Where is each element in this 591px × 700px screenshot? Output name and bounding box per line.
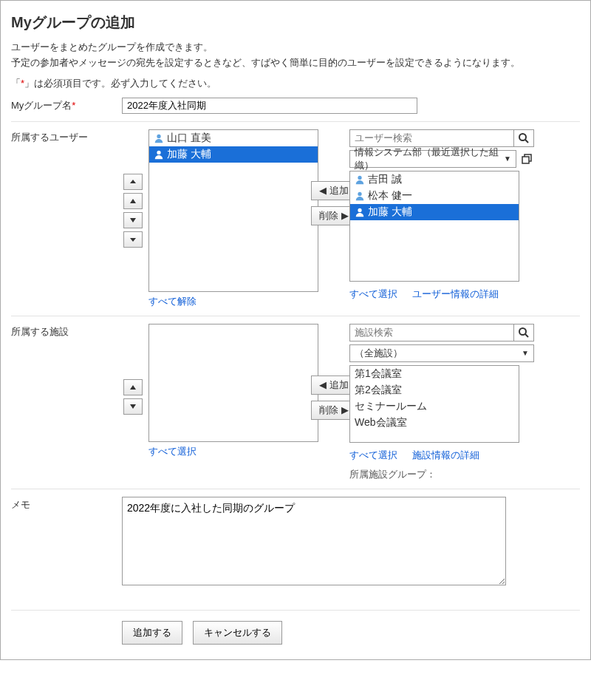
svg-rect-5	[522, 157, 529, 163]
list-item-label: 第2会議室	[355, 384, 402, 397]
chevron-up-icon	[129, 197, 137, 205]
svg-point-6	[358, 175, 361, 179]
desc-line-2: 予定の参加者やメッセージの宛先を設定するときなど、すばやく簡単に目的のユーザーを…	[11, 57, 520, 68]
facilities-left-select-all-link[interactable]: すべて選択	[148, 445, 197, 458]
move-up-button[interactable]	[123, 379, 143, 395]
memo-textarea[interactable]	[122, 497, 506, 585]
page-container: Myグループの追加 ユーザーをまとめたグループを作成できます。 予定の参加者やメ…	[0, 0, 591, 660]
svg-point-8	[358, 208, 361, 211]
move-up-button[interactable]	[123, 193, 143, 209]
page-description: ユーザーをまとめたグループを作成できます。 予定の参加者やメッセージの宛先を設定…	[11, 40, 580, 71]
chevron-top-icon	[129, 177, 137, 186]
list-item[interactable]: セミナールーム	[350, 398, 519, 415]
search-icon	[518, 327, 530, 339]
desc-line-1: ユーザーをまとめたグループを作成できます。	[11, 41, 213, 52]
label-memo: メモ	[11, 497, 122, 512]
required-mark: *	[72, 100, 75, 111]
required-note: 「*」は必須項目です。必ず入力してください。	[11, 77, 580, 90]
facility-category-select[interactable]: （全施設） ▼	[349, 344, 534, 362]
facility-group-note: 所属施設グループ：	[349, 468, 534, 481]
move-bottom-button[interactable]	[123, 231, 143, 248]
dropdown-arrow-icon: ▼	[504, 154, 511, 163]
list-item-label: 第1会議室	[355, 367, 402, 381]
list-item-label: 山口 直美	[167, 132, 211, 145]
move-down-button[interactable]	[123, 212, 143, 228]
chevron-down-icon	[129, 217, 137, 224]
list-item[interactable]: 加藤 大輔	[149, 146, 318, 163]
list-item[interactable]: 第1会議室	[350, 366, 519, 382]
reorder-arrow-col	[122, 129, 144, 308]
row-users: 所属するユーザー	[11, 121, 580, 316]
triangle-left-icon: ◀	[319, 379, 327, 390]
dropdown-arrow-icon: ▼	[522, 349, 529, 357]
label-facilities: 所属する施設	[11, 324, 122, 339]
transfer-button-col: ◀ 追加 削除 ▶	[323, 324, 345, 481]
button-row: 追加する キャンセルする	[11, 610, 580, 645]
facilities-select-all-link[interactable]: すべて選択	[349, 449, 397, 462]
svg-point-0	[157, 134, 160, 137]
list-item-label: 松本 健一	[368, 189, 412, 203]
list-item-label: Web会議室	[355, 416, 407, 429]
svg-line-3	[525, 140, 528, 143]
list-item[interactable]: 松本 健一	[350, 188, 519, 204]
submit-button[interactable]: 追加する	[122, 621, 182, 645]
svg-point-7	[358, 191, 361, 195]
svg-point-9	[519, 328, 526, 335]
row-memo: メモ	[11, 489, 580, 595]
org-select[interactable]: 情報システム部（最近選択した組織） ▼	[349, 150, 516, 168]
triangle-right-icon: ▶	[341, 404, 349, 415]
row-facilities: 所属する施設 すべて選択	[11, 316, 580, 489]
list-item[interactable]: 加藤 大輔	[350, 204, 519, 220]
list-item[interactable]: 第2会議室	[350, 382, 519, 398]
users-candidate-listbox[interactable]: 吉田 誠松本 健一加藤 大輔	[349, 171, 519, 282]
svg-point-2	[519, 134, 526, 140]
user-search-input[interactable]	[349, 129, 513, 147]
cancel-button[interactable]: キャンセルする	[193, 621, 282, 645]
users-select-all-link[interactable]: すべて選択	[349, 288, 397, 301]
users-clear-all-link[interactable]: すべて解除	[148, 295, 197, 308]
user-icon	[355, 191, 365, 201]
triangle-left-icon: ◀	[319, 185, 327, 196]
list-item-label: 加藤 大輔	[368, 205, 412, 219]
list-item[interactable]: 吉田 誠	[350, 171, 519, 188]
facilities-selected-listbox[interactable]	[148, 324, 318, 442]
label-users: 所属するユーザー	[11, 129, 122, 144]
row-group-name: Myグループ名*	[11, 96, 580, 121]
user-icon	[154, 133, 164, 143]
users-details-link[interactable]: ユーザー情報の詳細	[412, 288, 499, 301]
list-item-label: セミナールーム	[355, 400, 427, 413]
page-title: Myグループの追加	[11, 13, 580, 33]
popout-icon	[521, 153, 533, 165]
label-group-name: Myグループ名*	[11, 98, 122, 112]
facilities-candidate-listbox[interactable]: 第1会議室第2会議室セミナールームWeb会議室	[349, 365, 519, 443]
reorder-arrow-col	[122, 324, 144, 481]
org-picker-popout-button[interactable]	[519, 152, 534, 166]
user-icon	[154, 149, 164, 160]
facility-search-input[interactable]	[349, 324, 513, 341]
list-item[interactable]: 山口 直美	[149, 130, 318, 146]
group-name-input[interactable]	[122, 98, 417, 114]
chevron-bottom-icon	[129, 235, 137, 244]
chevron-down-icon	[129, 403, 137, 410]
user-icon	[355, 207, 365, 217]
facility-search-button[interactable]	[513, 324, 534, 341]
facilities-details-link[interactable]: 施設情報の詳細	[412, 449, 479, 462]
chevron-up-icon	[129, 384, 137, 391]
list-item-label: 加藤 大輔	[167, 148, 211, 161]
move-top-button[interactable]	[123, 174, 143, 190]
svg-point-1	[157, 150, 160, 154]
user-icon	[355, 174, 365, 185]
user-search-button[interactable]	[513, 129, 534, 147]
move-down-button[interactable]	[123, 398, 143, 415]
list-item[interactable]: Web会議室	[350, 415, 519, 431]
users-selected-listbox[interactable]: 山口 直美加藤 大輔	[148, 129, 318, 292]
svg-line-10	[525, 334, 528, 337]
search-icon	[518, 132, 530, 144]
transfer-button-col: ◀ 追加 削除 ▶	[323, 129, 345, 308]
list-item-label: 吉田 誠	[368, 173, 402, 186]
triangle-right-icon: ▶	[341, 210, 349, 221]
